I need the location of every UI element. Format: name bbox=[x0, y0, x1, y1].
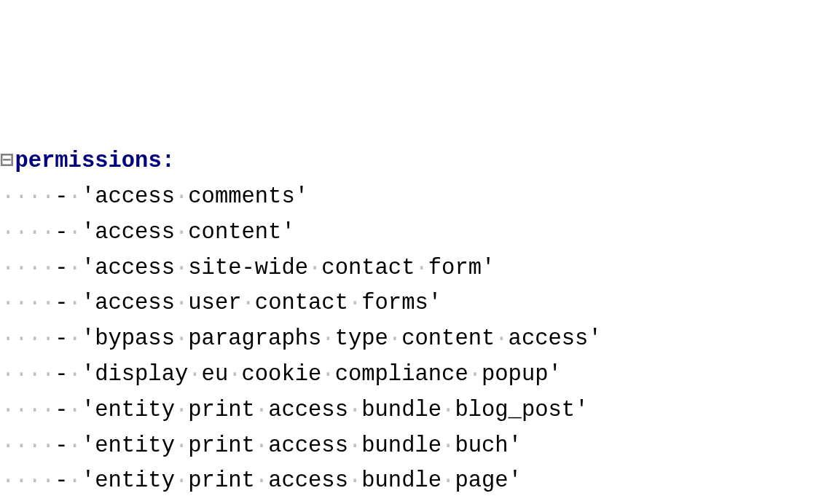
quote-open: ' bbox=[82, 184, 95, 209]
yaml-list-item[interactable]: ····-·'entity·print·access·bundle·blog_p… bbox=[1, 393, 832, 428]
yaml-dash: - bbox=[55, 256, 68, 280]
whitespace-sep: · bbox=[68, 256, 82, 280]
yaml-list-item[interactable]: ····-·'entity·print·access·bundle·page' bbox=[1, 463, 832, 499]
whitespace-indent: ···· bbox=[1, 220, 55, 245]
yaml-string-value: entity·print·access·bundle·page bbox=[95, 468, 508, 493]
yaml-string-value: entity·print·access·bundle·buch bbox=[95, 433, 508, 458]
yaml-list-item[interactable]: ····-·'access·site-wide·contact·form' bbox=[1, 251, 832, 286]
whitespace-indent: ···· bbox=[1, 184, 55, 209]
yaml-list-item[interactable]: ····-·'search·content' bbox=[1, 499, 832, 504]
yaml-dash: - bbox=[55, 184, 68, 209]
yaml-dash: - bbox=[55, 398, 68, 422]
yaml-dash: - bbox=[55, 433, 68, 458]
quote-close: ' bbox=[482, 256, 495, 280]
yaml-string-value: access·comments bbox=[95, 184, 295, 209]
yaml-list-item[interactable]: ····-·'entity·print·access·bundle·buch' bbox=[1, 428, 832, 464]
quote-open: ' bbox=[82, 398, 95, 422]
yaml-list-item[interactable]: ····-·'bypass·paragraphs·type·content·ac… bbox=[1, 321, 832, 357]
yaml-key: permissions bbox=[15, 149, 161, 173]
quote-open: ' bbox=[82, 256, 95, 280]
whitespace-sep: · bbox=[68, 291, 82, 315]
quote-open: ' bbox=[82, 220, 95, 245]
yaml-list-item[interactable]: ····-·'access·comments' bbox=[1, 179, 832, 215]
whitespace-indent: ···· bbox=[1, 398, 55, 422]
quote-close: ' bbox=[549, 362, 562, 387]
whitespace-indent: ···· bbox=[1, 433, 55, 458]
fold-minus-icon[interactable]: ⊟ bbox=[0, 149, 13, 173]
yaml-list-item[interactable]: ····-·'access·content' bbox=[1, 215, 832, 251]
yaml-string-value: display·eu·cookie·compliance·popup bbox=[95, 362, 548, 387]
whitespace-sep: · bbox=[68, 398, 82, 422]
whitespace-sep: · bbox=[68, 362, 82, 387]
yaml-string-value: access·user·contact·forms bbox=[95, 291, 428, 315]
whitespace-indent: ···· bbox=[1, 362, 55, 387]
code-editor-view[interactable]: ⊟permissions: ····-·'access·comments' ··… bbox=[1, 143, 832, 504]
yaml-list-item[interactable]: ····-·'display·eu·cookie·compliance·popu… bbox=[1, 357, 832, 393]
quote-open: ' bbox=[82, 291, 95, 315]
quote-open: ' bbox=[82, 326, 95, 351]
whitespace-indent: ···· bbox=[1, 468, 55, 493]
yaml-dash: - bbox=[55, 362, 68, 387]
quote-open: ' bbox=[82, 362, 95, 387]
quote-close: ' bbox=[575, 398, 588, 422]
whitespace-sep: · bbox=[68, 433, 82, 458]
quote-open: ' bbox=[82, 468, 95, 493]
whitespace-sep: · bbox=[68, 184, 82, 209]
whitespace-sep: · bbox=[68, 220, 82, 245]
quote-close: ' bbox=[509, 468, 522, 493]
yaml-dash: - bbox=[55, 468, 68, 493]
whitespace-sep: · bbox=[68, 468, 82, 493]
whitespace-indent: ···· bbox=[1, 291, 55, 315]
quote-close: ' bbox=[428, 291, 441, 315]
quote-open: ' bbox=[82, 433, 95, 458]
yaml-dash: - bbox=[55, 326, 68, 351]
yaml-dash: - bbox=[55, 220, 68, 245]
yaml-colon: : bbox=[162, 149, 175, 173]
quote-close: ' bbox=[281, 220, 294, 245]
whitespace-sep: · bbox=[68, 326, 82, 351]
yaml-string-value: access·site-wide·contact·form bbox=[95, 256, 482, 280]
quote-close: ' bbox=[588, 326, 601, 351]
quote-close: ' bbox=[295, 184, 308, 209]
yaml-string-value: entity·print·access·bundle·blog_post bbox=[95, 398, 575, 422]
yaml-dash: - bbox=[55, 291, 68, 315]
yaml-string-value: access·content bbox=[95, 220, 281, 245]
yaml-key-line[interactable]: ⊟permissions: bbox=[1, 143, 832, 179]
yaml-string-value: bypass·paragraphs·type·content·access bbox=[95, 326, 588, 351]
whitespace-indent: ···· bbox=[1, 326, 55, 351]
whitespace-indent: ···· bbox=[1, 256, 55, 280]
yaml-list-item[interactable]: ····-·'access·user·contact·forms' bbox=[1, 286, 832, 321]
quote-close: ' bbox=[509, 433, 522, 458]
